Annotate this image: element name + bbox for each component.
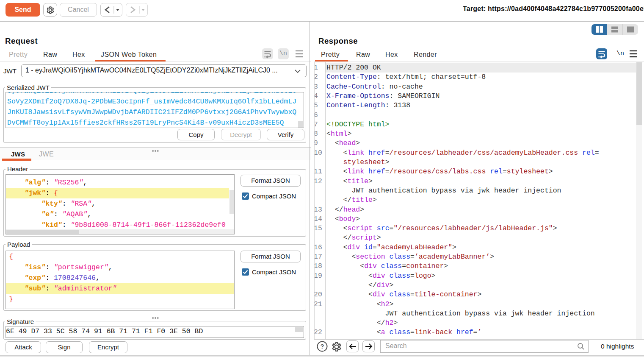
- svg-text:?: ?: [321, 343, 324, 350]
